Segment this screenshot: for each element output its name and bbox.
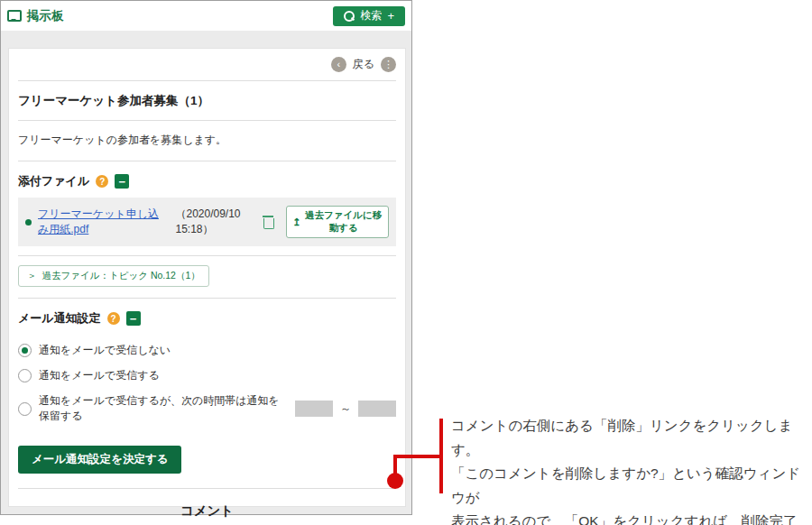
callout-vertical-bar [439, 419, 443, 493]
help-icon[interactable]: ? [107, 312, 120, 325]
mail-option-row: 通知をメールで受信する [18, 368, 396, 383]
attachments-heading: 添付ファイル [18, 173, 89, 189]
chevron-right-icon: ＞ [27, 270, 37, 282]
annotation-text: コメントの右側にある「削除」リンクをクリックします。 「このコメントを削除します… [451, 414, 807, 525]
search-icon [344, 11, 355, 22]
move-to-past-files-label: 過去ファイルに移動する [304, 209, 383, 235]
annotation-line: 「このコメントを削除しますか?」という確認ウィンドウが [451, 462, 807, 510]
move-file-icon: ↥ [292, 217, 300, 227]
radio-receive-mail[interactable] [18, 369, 32, 382]
mail-settings-heading: メール通知設定 [18, 310, 101, 327]
search-button-label: 検索 [360, 8, 382, 23]
mail-option-label: 通知をメールで受信する [39, 368, 160, 383]
callout-stem-line [393, 457, 397, 474]
mail-option-label: 通知をメールで受信するが、次の時間帯は通知を保留する [39, 393, 288, 424]
plus-icon: + [387, 9, 394, 23]
bulletin-board-icon [7, 10, 22, 22]
past-files-toggle[interactable]: ＞ 過去ファイル：トピック No.12（1） [18, 265, 209, 287]
app-header: 掲示板 検索 + [1, 1, 411, 31]
attachment-row: フリーマーケット申し込み用紙.pdf （2020/09/10 15:18） ↥ … [18, 198, 396, 246]
comments-heading: コメント [18, 489, 396, 525]
search-button[interactable]: 検索 + [333, 6, 405, 26]
mail-option-row: 通知をメールで受信するが、次の時間帯は通知を保留する ～ [18, 393, 396, 424]
delete-file-icon[interactable] [263, 216, 273, 228]
attachment-file-date: （2020/09/10 15:18） [175, 207, 256, 237]
topic-body: フリーマーケットの参加者を募集します。 [18, 121, 396, 161]
mail-option-row: 通知をメールで受信しない [18, 343, 396, 358]
attachments-section-header: 添付ファイル ? − [18, 161, 396, 198]
help-icon[interactable]: ? [96, 175, 108, 188]
callout-dot [387, 473, 403, 489]
topic-title: フリーマーケット参加者募集（1） [18, 81, 396, 121]
annotation-line: 表示されるので、「OK」をクリックすれば、削除完了です。 [451, 510, 807, 525]
radio-receive-mail-with-hold[interactable] [18, 402, 32, 416]
hold-time-end-input[interactable] [358, 401, 396, 417]
bullet-icon [25, 219, 32, 226]
app-title: 掲示板 [7, 8, 64, 24]
mail-option-label: 通知をメールで受信しない [39, 343, 171, 358]
options-button[interactable]: ⋮ [381, 57, 396, 72]
collapse-icon[interactable]: − [126, 311, 141, 326]
hold-time-start-input[interactable] [295, 401, 333, 417]
radio-no-mail[interactable] [18, 344, 32, 357]
topic-card: ‹ 戻る ⋮ フリーマーケット参加者募集（1） フリーマーケットの参加者を募集し… [8, 48, 406, 507]
app-title-label: 掲示板 [27, 8, 64, 24]
mail-settings-section-header: メール通知設定 ? − [18, 299, 396, 335]
attachment-file-link[interactable]: フリーマーケット申し込み用紙.pdf [38, 207, 169, 237]
collapse-icon[interactable]: − [115, 174, 129, 189]
back-row: ‹ 戻る ⋮ [18, 49, 396, 81]
back-button[interactable]: ‹ [331, 57, 346, 72]
callout-horizontal-line [393, 455, 443, 458]
annotation-line: コメントの右側にある「削除」リンクをクリックします。 [451, 414, 807, 462]
past-files-label: 過去ファイル：トピック No.12（1） [42, 270, 200, 282]
page: 掲示板 検索 + ‹ 戻る ⋮ フリーマーケット参加者募集（1） フリーマーケッ… [0, 0, 812, 525]
back-label[interactable]: 戻る [353, 57, 374, 72]
mail-settings-submit-button[interactable]: メール通知設定を決定する [18, 446, 181, 474]
tilde-separator: ～ [340, 401, 351, 417]
bulletin-board-app: 掲示板 検索 + ‹ 戻る ⋮ フリーマーケット参加者募集（1） フリーマーケッ… [0, 0, 412, 515]
move-to-past-files-button[interactable]: ↥ 過去ファイルに移動する [286, 206, 389, 238]
